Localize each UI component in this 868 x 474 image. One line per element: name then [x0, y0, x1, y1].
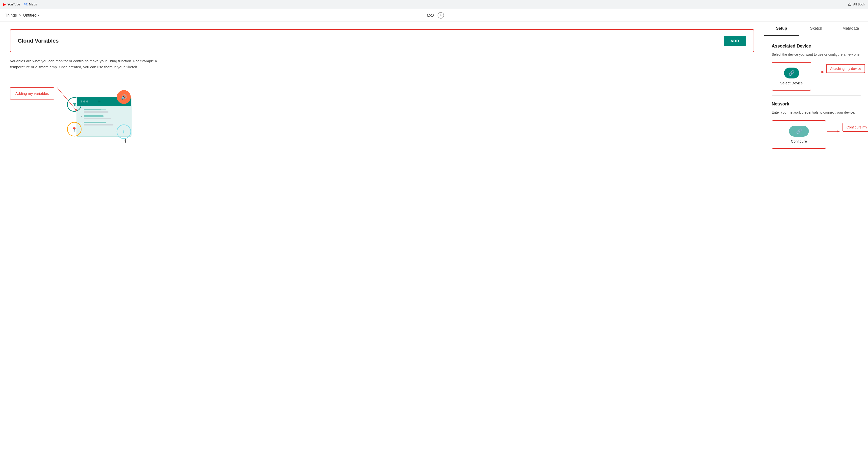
- associated-device-desc: Select the device you want to use or con…: [772, 52, 861, 57]
- configure-link-icon: 🔗: [796, 128, 802, 134]
- vertical-divider: [42, 2, 42, 7]
- youtube-icon: ▶: [3, 2, 6, 7]
- svg-rect-15: [84, 115, 103, 117]
- svg-text:›: ›: [81, 115, 82, 118]
- network-desc: Enter your network credentials to connec…: [772, 109, 861, 115]
- svg-text:🔊: 🔊: [121, 94, 127, 100]
- setup-content: Associated Device Select the device you …: [764, 36, 868, 161]
- maps-tab[interactable]: 🗺 Maps: [24, 2, 37, 6]
- configure-annotation-box: Configure my network: [842, 123, 868, 132]
- configure-icon-btn[interactable]: 🔗: [789, 126, 809, 137]
- cloud-variables-box: Cloud Variables ADD: [10, 29, 754, 52]
- configure-label: Configure: [791, 139, 807, 143]
- tab-bar: Setup Sketch Metadata: [764, 22, 868, 36]
- all-book-label: All Book: [853, 2, 865, 6]
- tab-sketch[interactable]: Sketch: [799, 22, 834, 36]
- infinity-logo: +: [424, 12, 444, 19]
- select-device-icon-btn[interactable]: 🔗: [784, 68, 799, 78]
- app-topbar: Things > Untitled ▾ +: [0, 9, 868, 22]
- description-text: Variables are what you can monitor or co…: [10, 58, 168, 70]
- breadcrumb-separator: >: [19, 13, 21, 18]
- maps-label: Maps: [29, 2, 37, 6]
- network-title: Network: [772, 101, 861, 107]
- breadcrumb-title[interactable]: Untitled ▾: [23, 13, 39, 18]
- maps-icon: 🗺: [24, 2, 28, 6]
- associated-device-section: Associated Device Select the device you …: [772, 43, 861, 89]
- link-icon: 🔗: [788, 70, 795, 76]
- left-panel: Cloud Variables ADD Variables are what y…: [0, 22, 764, 474]
- add-button[interactable]: ADD: [724, 36, 746, 46]
- network-section: Network Enter your network credentials t…: [772, 101, 861, 150]
- cloud-variables-title: Cloud Variables: [18, 38, 59, 44]
- configure-annotation-text: Configure my network: [846, 125, 868, 129]
- svg-rect-21: [84, 124, 114, 126]
- arrow-annotation: [57, 72, 106, 112]
- tab-metadata[interactable]: Metadata: [833, 22, 868, 36]
- all-book-button[interactable]: 🗂 All Book: [848, 2, 865, 6]
- device-select-area: 🔗 Select Device: [772, 62, 861, 89]
- breadcrumb: Things > Untitled ▾: [5, 13, 39, 18]
- youtube-tab[interactable]: ▶ YouTube: [3, 2, 20, 7]
- add-circle-button[interactable]: +: [438, 12, 444, 19]
- browser-bar: ▶ YouTube 🗺 Maps 🗂 All Book: [0, 0, 868, 9]
- page-title: Untitled: [23, 13, 36, 18]
- select-device-card[interactable]: 🔗 Select Device: [772, 62, 811, 91]
- adding-vars-label: Adding my variables: [16, 91, 49, 96]
- configure-area: 🔗 Configure: [772, 120, 861, 150]
- attaching-annotation-text: Attaching my device: [830, 67, 861, 70]
- svg-rect-19: [84, 122, 106, 123]
- associated-device-title: Associated Device: [772, 43, 861, 49]
- illustration-area: Adding my variables: [10, 77, 754, 157]
- svg-rect-17: [84, 118, 111, 119]
- attaching-annotation-box: Attaching my device: [826, 64, 865, 73]
- breadcrumb-things[interactable]: Things: [5, 13, 17, 18]
- tab-setup[interactable]: Setup: [764, 22, 799, 36]
- dropdown-icon: ▾: [38, 13, 39, 17]
- svg-text:›: ›: [81, 121, 82, 124]
- svg-text:📍: 📍: [71, 127, 77, 132]
- svg-line-0: [57, 87, 77, 111]
- configure-card[interactable]: 🔗 Configure: [772, 120, 826, 149]
- right-panel: Setup Sketch Metadata Associated Device …: [764, 22, 868, 474]
- select-device-label: Select Device: [780, 81, 803, 85]
- youtube-label: YouTube: [7, 2, 20, 6]
- configure-arrow: [827, 126, 841, 136]
- folder-icon: 🗂: [848, 2, 851, 6]
- adding-vars-box: Adding my variables: [10, 87, 54, 99]
- svg-text:🌡: 🌡: [122, 129, 126, 134]
- section-divider: [772, 95, 861, 96]
